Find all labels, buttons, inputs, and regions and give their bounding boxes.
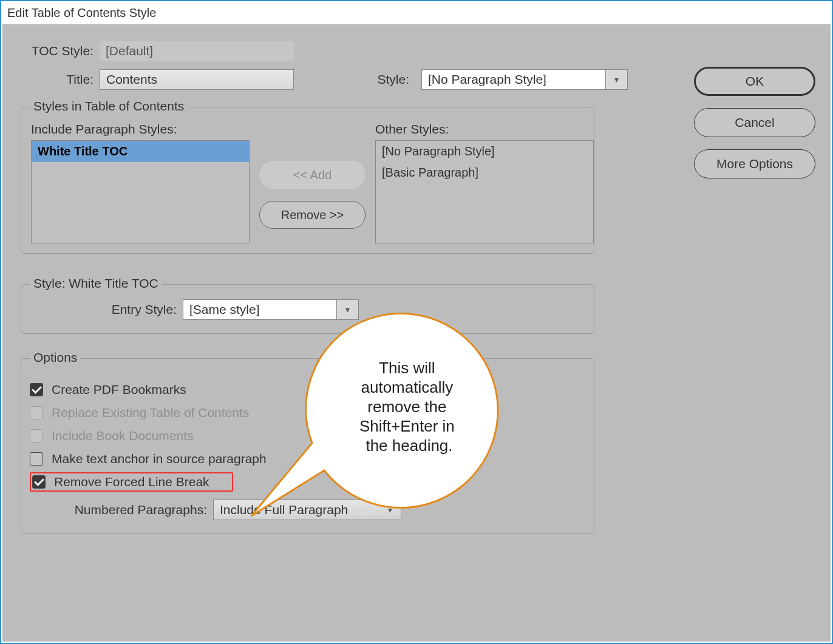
checkbox-label: Include Book Documents — [52, 429, 193, 443]
paragraph-style-value: [No Paragraph Style] — [422, 70, 605, 89]
checkbox-row-text-anchor: Make text anchor in source paragraph — [30, 449, 585, 469]
checkbox-label: Replace Existing Table of Contents — [52, 405, 249, 420]
checkbox-row-pdf-bookmarks: Create PDF Bookmarks — [30, 379, 585, 400]
other-listbox[interactable]: [No Paragraph Style] [Basic Paragraph] — [375, 140, 594, 243]
style-detail-group: Style: White Title TOC Entry Style: [Sam… — [21, 284, 594, 334]
options-legend: Options — [30, 350, 81, 365]
cancel-button[interactable]: Cancel — [694, 108, 815, 137]
entry-style-value: [Same style] — [183, 300, 336, 319]
chevron-down-icon: ▾ — [336, 300, 358, 319]
list-item[interactable]: [No Paragraph Style] — [376, 141, 593, 162]
checkbox[interactable] — [32, 475, 46, 489]
style-detail-legend: Style: White Title TOC — [30, 276, 162, 291]
entry-style-label: Entry Style: — [31, 302, 183, 317]
checkbox — [30, 406, 43, 419]
options-group: Options Create PDF Bookmarks Replace Exi… — [21, 358, 594, 534]
window-title: Edit Table of Contents Style — [7, 6, 156, 20]
entry-style-select[interactable]: [Same style] ▾ — [183, 299, 359, 320]
numbered-paragraphs-value: Include Full Paragraph — [214, 500, 379, 520]
list-item[interactable]: [Basic Paragraph] — [376, 162, 593, 183]
toc-style-value: [Default] — [100, 41, 294, 61]
include-label: Include Paragraph Styles: — [31, 122, 250, 137]
paragraph-style-select[interactable]: [No Paragraph Style] ▾ — [421, 69, 628, 90]
numbered-paragraphs-label: Numbered Paragraphs: — [30, 503, 213, 517]
title-input[interactable] — [100, 69, 294, 90]
more-options-button[interactable]: More Options — [694, 149, 815, 178]
remove-button[interactable]: Remove >> — [259, 201, 365, 229]
add-button: << Add — [259, 161, 365, 189]
checkbox-label: Create PDF Bookmarks — [52, 382, 186, 397]
checkbox — [30, 429, 43, 442]
list-item[interactable]: White Title TOC — [32, 141, 249, 162]
checkbox-row-remove-forced-line-break: Remove Forced Line Break — [30, 472, 585, 492]
other-column: Other Styles: [No Paragraph Style] [Basi… — [375, 122, 594, 243]
dialog-buttons: OK Cancel More Options — [694, 67, 815, 178]
checkbox-label: Remove Forced Line Break — [54, 475, 209, 489]
dialog-window: Edit Table of Contents Style TOC Style: … — [0, 0, 833, 644]
checkbox-row-include-book: Include Book Documents — [30, 425, 585, 446]
title-label: Title: — [21, 72, 100, 87]
highlight-box: Remove Forced Line Break — [30, 472, 233, 492]
titlebar: Edit Table of Contents Style — [1, 1, 832, 24]
ok-button[interactable]: OK — [694, 67, 815, 96]
dialog-body: TOC Style: [Default] Title: Style: [No P… — [2, 24, 831, 642]
numbered-paragraphs-select[interactable]: Include Full Paragraph ▾ — [213, 500, 401, 520]
checkbox-row-replace-existing: Replace Existing Table of Contents — [30, 402, 585, 423]
style-label: Style: — [336, 72, 415, 87]
checkbox-label: Make text anchor in source paragraph — [52, 452, 267, 466]
styles-group: Styles in Table of Contents Include Para… — [21, 107, 594, 254]
include-column: Include Paragraph Styles: White Title TO… — [31, 122, 250, 243]
checkbox[interactable] — [30, 452, 43, 466]
other-label: Other Styles: — [375, 122, 594, 137]
toc-style-label: TOC Style: — [21, 44, 100, 58]
chevron-down-icon: ▾ — [379, 500, 401, 520]
transfer-buttons: << Add Remove >> — [259, 122, 365, 243]
checkbox[interactable] — [30, 383, 43, 396]
chevron-down-icon: ▾ — [605, 70, 627, 89]
styles-group-legend: Styles in Table of Contents — [30, 99, 188, 114]
include-listbox[interactable]: White Title TOC — [31, 140, 250, 243]
